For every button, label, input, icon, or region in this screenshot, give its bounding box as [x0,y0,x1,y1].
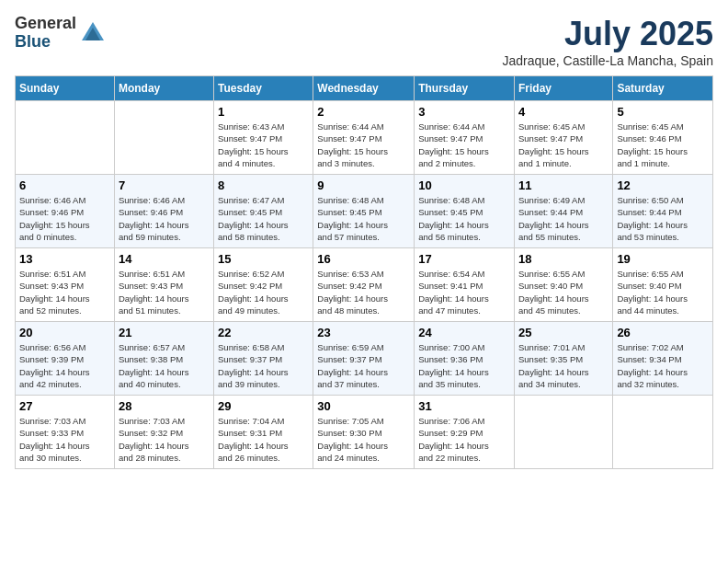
calendar-cell: 14Sunrise: 6:51 AM Sunset: 9:43 PM Dayli… [114,248,213,322]
day-info: Sunrise: 7:06 AM Sunset: 9:29 PM Dayligh… [418,415,510,464]
day-number: 8 [218,178,309,192]
day-number: 25 [518,326,609,339]
day-number: 21 [119,326,210,339]
calendar-cell [114,101,213,175]
calendar-cell: 5Sunrise: 6:45 AM Sunset: 9:46 PM Daylig… [613,101,713,175]
calendar-cell: 24Sunrise: 7:00 AM Sunset: 9:36 PM Dayli… [415,322,515,396]
logo: General Blue [15,15,106,52]
day-info: Sunrise: 6:48 AM Sunset: 9:45 PM Dayligh… [418,194,510,243]
calendar-cell: 7Sunrise: 6:46 AM Sunset: 9:46 PM Daylig… [114,175,213,248]
day-number: 16 [317,252,410,266]
day-info: Sunrise: 7:00 AM Sunset: 9:36 PM Dayligh… [418,341,510,390]
day-info: Sunrise: 6:50 AM Sunset: 9:44 PM Dayligh… [617,194,709,243]
day-info: Sunrise: 6:46 AM Sunset: 9:46 PM Dayligh… [19,194,110,243]
calendar-cell: 15Sunrise: 6:52 AM Sunset: 9:42 PM Dayli… [214,248,313,322]
day-info: Sunrise: 6:47 AM Sunset: 9:45 PM Dayligh… [218,194,309,243]
day-info: Sunrise: 7:04 AM Sunset: 9:31 PM Dayligh… [218,415,309,464]
day-number: 13 [19,252,110,266]
day-number: 24 [418,326,510,339]
calendar-cell: 10Sunrise: 6:48 AM Sunset: 9:45 PM Dayli… [415,175,515,248]
day-info: Sunrise: 6:57 AM Sunset: 9:38 PM Dayligh… [119,341,210,390]
day-info: Sunrise: 6:45 AM Sunset: 9:46 PM Dayligh… [617,121,709,169]
calendar-cell: 27Sunrise: 7:03 AM Sunset: 9:33 PM Dayli… [16,396,115,469]
day-number: 29 [218,399,309,413]
calendar-cell: 28Sunrise: 7:03 AM Sunset: 9:32 PM Dayli… [114,396,213,469]
calendar-cell: 20Sunrise: 6:56 AM Sunset: 9:39 PM Dayli… [16,322,115,396]
day-info: Sunrise: 6:45 AM Sunset: 9:47 PM Dayligh… [518,121,609,169]
weekday-header-saturday: Saturday [613,76,713,101]
logo-icon [80,20,106,46]
calendar-cell [514,396,612,469]
calendar-cell: 3Sunrise: 6:44 AM Sunset: 9:47 PM Daylig… [415,101,515,175]
logo-general-text: General [15,15,76,33]
day-number: 19 [617,252,709,266]
page-header: General Blue July 2025 Jadraque, Castill… [15,15,713,68]
calendar-cell: 8Sunrise: 6:47 AM Sunset: 9:45 PM Daylig… [214,175,313,248]
calendar-cell: 30Sunrise: 7:05 AM Sunset: 9:30 PM Dayli… [313,396,415,469]
day-number: 11 [518,178,609,192]
calendar-cell [613,396,713,469]
calendar-cell: 26Sunrise: 7:02 AM Sunset: 9:34 PM Dayli… [613,322,713,396]
weekday-header-thursday: Thursday [415,76,515,101]
calendar-cell: 6Sunrise: 6:46 AM Sunset: 9:46 PM Daylig… [16,175,115,248]
day-info: Sunrise: 7:03 AM Sunset: 9:33 PM Dayligh… [19,415,110,464]
calendar-cell: 17Sunrise: 6:54 AM Sunset: 9:41 PM Dayli… [415,248,515,322]
day-info: Sunrise: 6:58 AM Sunset: 9:37 PM Dayligh… [218,341,309,390]
day-number: 15 [218,252,309,266]
calendar-cell: 2Sunrise: 6:44 AM Sunset: 9:47 PM Daylig… [313,101,415,175]
day-info: Sunrise: 6:55 AM Sunset: 9:40 PM Dayligh… [518,268,609,316]
logo-blue-text: Blue [15,33,76,52]
calendar-week-1: 1Sunrise: 6:43 AM Sunset: 9:47 PM Daylig… [16,101,713,175]
day-info: Sunrise: 6:55 AM Sunset: 9:40 PM Dayligh… [617,268,709,316]
day-number: 12 [617,178,709,192]
weekday-header-sunday: Sunday [16,76,115,101]
day-info: Sunrise: 6:49 AM Sunset: 9:44 PM Dayligh… [518,194,609,243]
calendar-cell: 21Sunrise: 6:57 AM Sunset: 9:38 PM Dayli… [114,322,213,396]
calendar-body: 1Sunrise: 6:43 AM Sunset: 9:47 PM Daylig… [16,101,713,469]
day-number: 17 [418,252,510,266]
calendar-week-5: 27Sunrise: 7:03 AM Sunset: 9:33 PM Dayli… [16,396,713,469]
calendar-cell: 11Sunrise: 6:49 AM Sunset: 9:44 PM Dayli… [514,175,612,248]
day-number: 7 [119,178,210,192]
day-info: Sunrise: 6:53 AM Sunset: 9:42 PM Dayligh… [317,268,410,316]
calendar-table: SundayMondayTuesdayWednesdayThursdayFrid… [15,75,713,469]
day-number: 6 [19,178,110,192]
day-info: Sunrise: 6:54 AM Sunset: 9:41 PM Dayligh… [418,268,510,316]
day-number: 18 [518,252,609,266]
day-number: 28 [119,399,210,413]
day-info: Sunrise: 6:52 AM Sunset: 9:42 PM Dayligh… [218,268,309,316]
day-info: Sunrise: 7:01 AM Sunset: 9:35 PM Dayligh… [518,341,609,390]
day-number: 26 [617,326,709,339]
day-info: Sunrise: 6:56 AM Sunset: 9:39 PM Dayligh… [19,341,110,390]
day-number: 31 [418,399,510,413]
calendar-cell: 13Sunrise: 6:51 AM Sunset: 9:43 PM Dayli… [16,248,115,322]
calendar-cell: 16Sunrise: 6:53 AM Sunset: 9:42 PM Dayli… [313,248,415,322]
day-number: 14 [119,252,210,266]
calendar-week-3: 13Sunrise: 6:51 AM Sunset: 9:43 PM Dayli… [16,248,713,322]
calendar-cell [16,101,115,175]
calendar-cell: 25Sunrise: 7:01 AM Sunset: 9:35 PM Dayli… [514,322,612,396]
weekday-header-row: SundayMondayTuesdayWednesdayThursdayFrid… [16,76,713,101]
day-number: 10 [418,178,510,192]
calendar-cell: 9Sunrise: 6:48 AM Sunset: 9:45 PM Daylig… [313,175,415,248]
day-info: Sunrise: 6:44 AM Sunset: 9:47 PM Dayligh… [418,121,510,169]
calendar-week-2: 6Sunrise: 6:46 AM Sunset: 9:46 PM Daylig… [16,175,713,248]
day-number: 9 [317,178,410,192]
day-number: 23 [317,326,410,339]
day-info: Sunrise: 6:43 AM Sunset: 9:47 PM Dayligh… [218,121,309,169]
weekday-header-monday: Monday [114,76,213,101]
calendar-cell: 29Sunrise: 7:04 AM Sunset: 9:31 PM Dayli… [214,396,313,469]
day-info: Sunrise: 7:03 AM Sunset: 9:32 PM Dayligh… [119,415,210,464]
weekday-header-tuesday: Tuesday [214,76,313,101]
calendar-cell: 18Sunrise: 6:55 AM Sunset: 9:40 PM Dayli… [514,248,612,322]
calendar-cell: 19Sunrise: 6:55 AM Sunset: 9:40 PM Dayli… [613,248,713,322]
calendar-cell: 31Sunrise: 7:06 AM Sunset: 9:29 PM Dayli… [415,396,515,469]
day-info: Sunrise: 7:05 AM Sunset: 9:30 PM Dayligh… [317,415,410,464]
calendar-cell: 4Sunrise: 6:45 AM Sunset: 9:47 PM Daylig… [514,101,612,175]
location-title: Jadraque, Castille-La Mancha, Spain [502,53,713,68]
day-number: 5 [617,105,709,119]
day-info: Sunrise: 6:44 AM Sunset: 9:47 PM Dayligh… [317,121,410,169]
month-title: July 2025 [502,15,713,53]
day-number: 20 [19,326,110,339]
day-number: 2 [317,105,410,119]
